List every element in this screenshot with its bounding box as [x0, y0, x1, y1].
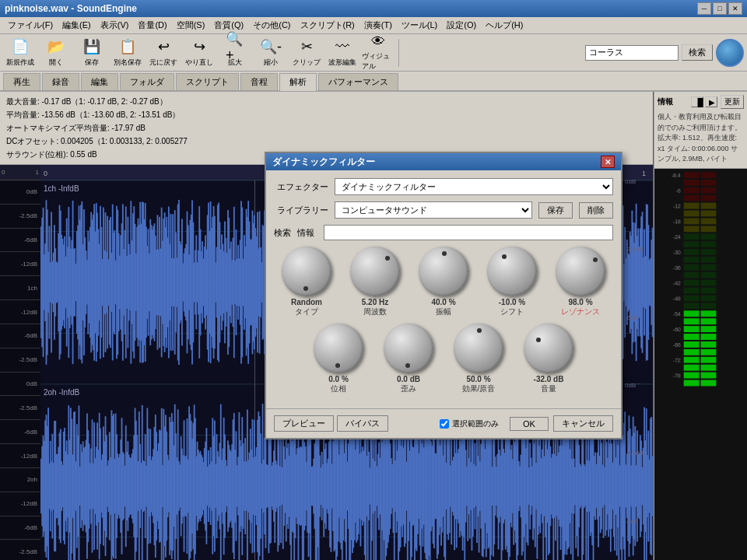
ruler-end: 1 [36, 169, 39, 176]
delete-preset-btn[interactable]: 削除 [579, 202, 613, 219]
tab-音程[interactable]: 音程 [240, 73, 278, 90]
tab-編集[interactable]: 編集 [81, 73, 118, 90]
undo-icon: ↩ [154, 37, 173, 56]
info-stat-line: DCオフセット: 0.004205（1: 0.003133, 2: 0.0052… [6, 135, 647, 148]
tool-clip-label: クリップ [293, 58, 321, 68]
footer-left: プレビュー バイパス [274, 415, 388, 432]
selection-only-checkbox[interactable] [440, 419, 449, 429]
knob2-位相[interactable] [314, 324, 363, 373]
play-btn[interactable]: ▶ [705, 96, 717, 107]
knob-dot-シフト [502, 254, 507, 259]
pause-btn[interactable]: ▐▌ [691, 96, 703, 107]
knob2-cell-音量: -32.0 dB音量 [515, 324, 582, 394]
dialog-footer: プレビュー バイパス 選択範囲のみ OK キャンセル [266, 408, 621, 438]
visual-icon: 👁 [369, 33, 388, 50]
bypass-btn[interactable]: バイパス [337, 415, 388, 432]
knob-value-レゾナンス: 98.0 % [568, 298, 592, 306]
knob-dot-タイプ [303, 286, 308, 291]
db-axis-item: -2.5dB [0, 205, 40, 229]
info-dialog-input[interactable] [324, 225, 613, 240]
menu-item-空間(S)[interactable]: 空間(S) [172, 18, 210, 33]
dialog-close-btn[interactable]: ✕ [601, 156, 615, 168]
tool-redo-btn[interactable]: ↪やり直し [182, 37, 216, 69]
menu-item-スクリプト(R)[interactable]: スクリプト(R) [296, 18, 359, 33]
tab-スクリプト[interactable]: スクリプト [176, 73, 239, 90]
db-axis-item: -2.5dB [0, 348, 40, 373]
maximize-button[interactable]: □ [713, 2, 727, 15]
vu-canvas [654, 169, 747, 561]
knob-周波数[interactable] [350, 247, 400, 296]
library-select[interactable]: コンピュータサウンド [335, 201, 532, 219]
update-btn[interactable]: 更新 [721, 95, 744, 109]
search-input[interactable] [585, 45, 679, 61]
knob2-dot-効果/原音 [477, 328, 482, 333]
clip-icon: ✂ [297, 37, 316, 56]
tab-解析[interactable]: 解析 [279, 73, 317, 91]
knob-タイプ[interactable] [282, 247, 331, 296]
effector-select[interactable]: ダイナミックフィルター [335, 178, 613, 195]
library-label: ライブラリー [274, 205, 328, 216]
knob2-効果/原音[interactable] [454, 324, 503, 373]
menu-item-表示(V)[interactable]: 表示(V) [96, 18, 134, 33]
tool-new-btn[interactable]: 📄新規作成 [3, 37, 37, 69]
dialog-title-text: ダイナミックフィルター [272, 156, 375, 169]
knobs-row2: 0.0 %位相0.0 dB歪み50.0 %効果/原音-32.0 dB音量 [274, 324, 613, 394]
tab-パフォーマンス[interactable]: パフォーマンス [318, 73, 398, 90]
ok-btn[interactable]: OK [510, 417, 549, 431]
title-bar: pinknoise.wav - SoundEngine ─ □ ✕ [0, 0, 747, 17]
knob-name-label-振幅: 振幅 [436, 306, 451, 317]
tool-clip-btn[interactable]: ✂クリップ [289, 37, 324, 69]
window-controls: ─ □ ✕ [697, 2, 742, 15]
waveform-icon: 〰 [333, 37, 352, 56]
knob2-cell-位相: 0.0 %位相 [305, 324, 372, 394]
tool-save-btn[interactable]: 💾保存 [75, 37, 109, 69]
knob-シフト[interactable] [487, 247, 537, 296]
menu-item-ツール(L)[interactable]: ツール(L) [397, 18, 442, 33]
knob-name-label-タイプ: タイプ [295, 306, 318, 317]
menu-item-編集(E)[interactable]: 編集(E) [58, 18, 96, 33]
tool-visual-btn[interactable]: 👁ヴィジュアル [361, 37, 395, 69]
knob-振幅[interactable] [419, 247, 468, 296]
globe-icon [716, 39, 744, 67]
menu-item-ファイル(F)[interactable]: ファイル(F) [3, 18, 58, 33]
knob2-dot-歪み [405, 363, 410, 368]
knob2-歪み[interactable] [384, 324, 433, 373]
menu-item-設定(O)[interactable]: 設定(O) [442, 18, 481, 33]
tool-saveas-label: 別名保存 [114, 58, 142, 68]
cancel-btn[interactable]: キャンセル [553, 415, 613, 432]
menu-item-その他(C)[interactable]: その他(C) [248, 18, 295, 33]
search-button[interactable]: 検索 [682, 44, 713, 61]
minimize-button[interactable]: ─ [697, 2, 711, 15]
preview-btn[interactable]: プレビュー [274, 415, 334, 432]
tab-再生[interactable]: 再生 [3, 73, 40, 90]
menu-item-ヘルプ(H)[interactable]: ヘルプ(H) [481, 18, 528, 33]
expand-icon: 🔍+ [226, 37, 244, 56]
toolbar-separator [398, 39, 399, 67]
tool-shrink-btn[interactable]: 🔍-縮小 [254, 37, 288, 69]
dynamic-filter-dialog[interactable]: ダイナミックフィルター ✕ エフェクター ダイナミックフィルター ライブラリー … [265, 152, 622, 439]
search-area: 検索 [585, 39, 744, 67]
menu-item-音量(D)[interactable]: 音量(D) [133, 18, 171, 33]
tool-saveas-btn[interactable]: 📋別名保存 [110, 37, 145, 69]
db-axis-item: -6dB [0, 516, 40, 541]
ruler-start: 0 [2, 169, 5, 176]
knob-レゾナンス[interactable] [556, 247, 605, 296]
tab-フォルダ[interactable]: フォルダ [120, 73, 174, 90]
knob2-音量[interactable] [524, 324, 573, 373]
knob2-value-歪み: 0.0 dB [397, 375, 420, 383]
tool-save-label: 保存 [85, 58, 99, 68]
menu-item-演奏(T)[interactable]: 演奏(T) [359, 18, 397, 33]
tab-録音[interactable]: 録音 [42, 73, 79, 90]
tool-expand-btn[interactable]: 🔍+拡大 [218, 37, 252, 69]
save-preset-btn[interactable]: 保存 [538, 202, 573, 219]
vu-meter [654, 169, 747, 561]
dialog-title-bar[interactable]: ダイナミックフィルター ✕ [266, 153, 621, 170]
tool-undo-label: 元に戻す [149, 58, 177, 68]
tool-undo-btn[interactable]: ↩元に戻す [146, 37, 181, 69]
effector-label: エフェクター [274, 181, 328, 193]
tool-open-btn[interactable]: 📂開く [39, 37, 73, 69]
knob-name-label-レゾナンス: レゾナンス [561, 306, 600, 317]
close-button[interactable]: ✕ [728, 2, 742, 15]
info-stat-line: オートマキシマイズ平均音量: -17.97 dB [6, 121, 647, 135]
tool-waveform-btn[interactable]: 〰波形編集 [325, 37, 359, 69]
